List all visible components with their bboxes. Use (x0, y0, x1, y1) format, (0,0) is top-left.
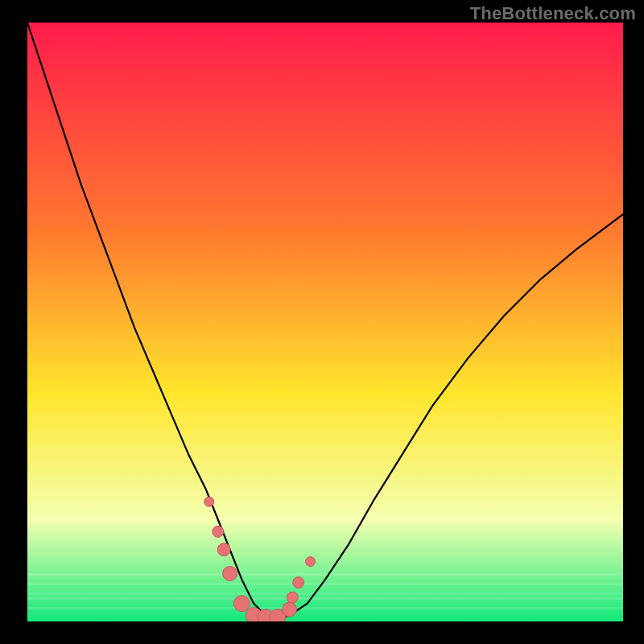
highlight-dot (233, 596, 250, 612)
band-strip (27, 607, 623, 609)
highlight-dot (306, 557, 316, 567)
highlight-dot (223, 566, 237, 580)
band-strip (27, 573, 623, 576)
highlight-dot (204, 497, 214, 506)
highlight-dot (287, 592, 298, 603)
highlight-dot (283, 602, 297, 617)
band-strip (27, 597, 623, 600)
highlight-dot (293, 577, 304, 588)
band-strip (27, 602, 623, 605)
chart-frame: TheBottleneck.com (0, 0, 644, 644)
plot-svg (27, 23, 623, 621)
highlight-dot (217, 543, 230, 556)
plot-area (27, 23, 623, 621)
band-strip (27, 583, 623, 585)
band-strip (27, 592, 623, 595)
band-strip (27, 588, 623, 590)
highlight-dot (213, 526, 224, 537)
watermark-text: TheBottleneck.com (470, 3, 636, 24)
gradient-bg (27, 23, 623, 621)
